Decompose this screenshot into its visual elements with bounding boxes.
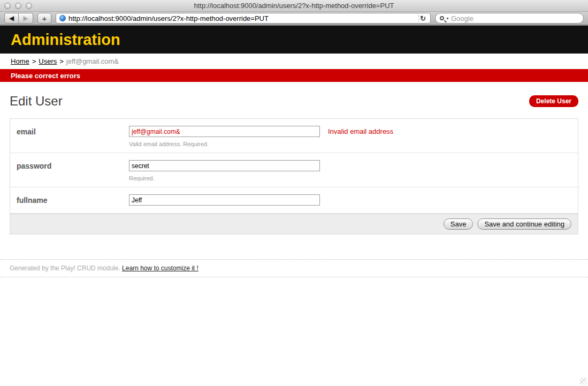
search-icon	[440, 16, 444, 20]
breadcrumb-home-link[interactable]: Home	[11, 57, 29, 65]
password-input-line	[129, 160, 571, 171]
breadcrumb-users-link[interactable]: Users	[39, 57, 57, 65]
window-titlebar: http://localhost:9000/admin/users/2?x-ht…	[0, 0, 588, 12]
form-row-fullname: fullname	[10, 187, 578, 214]
search-bar[interactable]: ▼	[435, 13, 584, 24]
form-row-email: email Invalid email address Valid email …	[10, 119, 578, 153]
url-input[interactable]	[68, 14, 416, 22]
fullname-field-area	[129, 194, 571, 206]
fullname-field[interactable]	[129, 194, 320, 206]
forward-icon: ▶	[23, 14, 28, 22]
error-banner-text: Please correct errors	[0, 72, 80, 80]
new-tab-button[interactable]: +	[37, 13, 51, 24]
fullname-label: fullname	[17, 194, 129, 206]
reload-icon[interactable]: ↻	[418, 14, 427, 22]
app-title: Administration	[0, 31, 120, 49]
edit-user-form: email Invalid email address Valid email …	[10, 118, 578, 234]
footer-customize-link[interactable]: Learn how to customize it !	[122, 264, 198, 272]
back-icon: ◀	[9, 14, 14, 22]
globe-favicon-icon	[59, 15, 66, 21]
app-header: Administration	[0, 26, 588, 54]
page-title: Edit User	[10, 94, 63, 109]
nav-button-group: ◀ ▶	[4, 13, 33, 24]
email-hint: Valid email address. Required.	[129, 141, 571, 147]
plus-icon: +	[42, 14, 47, 23]
email-field-area: Invalid email address Valid email addres…	[129, 126, 571, 147]
error-banner: Please correct errors	[0, 69, 588, 82]
crud-footer: Generated by the Play! CRUD module. Lear…	[0, 259, 588, 277]
delete-user-button[interactable]: Delete User	[529, 95, 578, 107]
breadcrumb-current: jeff@gmail.com&	[66, 57, 119, 65]
breadcrumb-separator: >	[32, 57, 36, 65]
window-title: http://localhost:9000/admin/users/2?x-ht…	[0, 2, 588, 10]
email-field[interactable]	[129, 126, 320, 137]
password-label: password	[17, 160, 129, 181]
browser-toolbar: ◀ ▶ + ↻ ▼	[0, 12, 588, 26]
breadcrumb: Home > Users > jeff@gmail.com&	[0, 54, 588, 69]
footer-text: Generated by the Play! CRUD module.	[10, 264, 120, 272]
back-button[interactable]: ◀	[4, 13, 19, 24]
save-button[interactable]: Save	[444, 218, 474, 230]
password-field[interactable]	[129, 160, 320, 171]
password-field-area: Required.	[129, 160, 571, 181]
fullname-input-line	[129, 194, 571, 206]
save-and-continue-button[interactable]: Save and continue editing	[477, 218, 571, 230]
page-header: Edit User Delete User	[10, 94, 578, 109]
email-input-line: Invalid email address	[129, 126, 571, 137]
form-actions: Save Save and continue editing	[10, 214, 578, 234]
form-row-password: password Required.	[10, 153, 578, 187]
resize-grip[interactable]	[580, 378, 587, 385]
email-label: email	[17, 126, 129, 147]
email-error-message: Invalid email address	[328, 127, 393, 135]
breadcrumb-separator: >	[59, 57, 64, 65]
password-hint: Required.	[129, 175, 571, 181]
forward-button[interactable]: ▶	[19, 13, 33, 24]
search-input[interactable]	[451, 14, 579, 22]
search-dropdown-icon[interactable]: ▼	[446, 17, 449, 20]
address-bar[interactable]: ↻	[56, 13, 431, 24]
